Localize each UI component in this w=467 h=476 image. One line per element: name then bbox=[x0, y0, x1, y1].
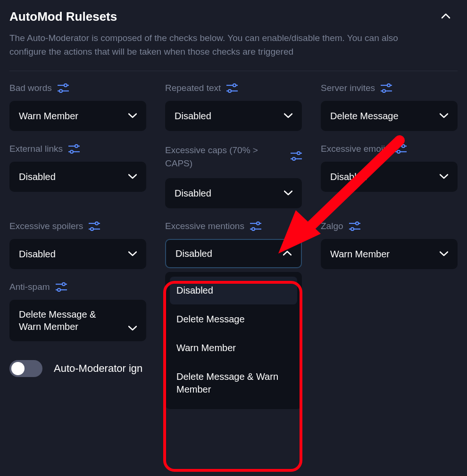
rule-select-anti-spam[interactable]: Delete Message & Warn Member bbox=[9, 300, 146, 341]
section-title: AutoMod Rulesets bbox=[9, 9, 117, 24]
sliders-icon[interactable] bbox=[349, 222, 360, 231]
rule-select-repeated-text[interactable]: Disabled bbox=[165, 101, 302, 131]
rule-label: Server invites bbox=[321, 83, 375, 93]
rule-label: Bad words bbox=[9, 83, 52, 93]
rule-repeated-text: Repeated text Disabled bbox=[165, 83, 302, 131]
rule-excessive-emojis: Excessive emojis Disabled bbox=[321, 144, 458, 192]
chevron-down-icon bbox=[128, 251, 137, 256]
chevron-down-icon bbox=[440, 174, 448, 179]
dropdown-item-delete-and-warn[interactable]: Delete Message & Warn Member bbox=[170, 363, 297, 403]
sliders-icon[interactable] bbox=[226, 83, 238, 93]
select-value: Disabled bbox=[19, 171, 56, 183]
rule-select-bad-words[interactable]: Warn Member bbox=[9, 101, 146, 131]
divider bbox=[9, 71, 458, 71]
sliders-icon[interactable] bbox=[291, 151, 302, 161]
chevron-down-icon bbox=[284, 113, 292, 118]
chevron-down-icon bbox=[440, 251, 448, 256]
select-value: Disabled bbox=[175, 187, 211, 199]
rule-server-invites: Server invites Delete Message bbox=[321, 83, 458, 131]
select-value: Disabled bbox=[175, 110, 211, 122]
chevron-down-icon bbox=[128, 326, 137, 331]
rule-label: Zalgo bbox=[321, 221, 343, 231]
sliders-icon[interactable] bbox=[381, 83, 392, 93]
rule-select-zalgo[interactable]: Warn Member bbox=[321, 239, 458, 269]
rule-label: Excessive mentions bbox=[165, 221, 244, 231]
chevron-down-icon bbox=[128, 113, 137, 118]
auto-moderator-ignore-toggle[interactable] bbox=[9, 360, 42, 377]
select-value: Delete Message & Warn Member bbox=[19, 308, 113, 333]
chevron-down-icon bbox=[440, 113, 448, 118]
select-value: Delete Message bbox=[330, 110, 399, 122]
dropdown-menu: Disabled Delete Message Warn Member Dele… bbox=[165, 272, 302, 409]
rule-select-server-invites[interactable]: Delete Message bbox=[321, 101, 458, 131]
rule-external-links: External links Disabled bbox=[9, 144, 146, 192]
chevron-down-icon bbox=[128, 174, 137, 179]
rule-excessive-mentions: Excessive mentions Disabled Disabled Del… bbox=[165, 221, 302, 268]
select-value: Disabled bbox=[175, 247, 212, 260]
select-value: Disabled bbox=[330, 171, 367, 183]
rule-bad-words: Bad words Warn Member bbox=[9, 83, 146, 131]
rule-label: Repeated text bbox=[165, 83, 221, 93]
toggle-knob bbox=[11, 362, 25, 375]
select-value: Warn Member bbox=[330, 248, 390, 260]
select-value: Disabled bbox=[19, 248, 56, 260]
rule-select-excessive-caps[interactable]: Disabled bbox=[165, 178, 302, 208]
chevron-down-icon bbox=[284, 190, 292, 196]
rule-label: External links bbox=[9, 144, 63, 154]
sliders-icon[interactable] bbox=[58, 83, 69, 93]
collapse-icon[interactable] bbox=[441, 13, 450, 19]
select-value: Warn Member bbox=[19, 110, 78, 122]
section-description: The Auto-Moderator is composed of the ch… bbox=[9, 31, 429, 59]
sliders-icon[interactable] bbox=[250, 222, 261, 231]
rule-excessive-spoilers: Excessive spoilers Disabled bbox=[9, 221, 146, 269]
sliders-icon[interactable] bbox=[68, 144, 80, 154]
dropdown-item-disabled[interactable]: Disabled bbox=[170, 277, 297, 304]
rule-anti-spam: Anti-spam Delete Message & Warn Member bbox=[9, 282, 146, 341]
rule-label: Excessive emojis bbox=[321, 144, 390, 154]
rule-zalgo: Zalgo Warn Member bbox=[321, 221, 458, 269]
sliders-icon[interactable] bbox=[395, 144, 407, 154]
rule-label: Excessive caps (70% > CAPS) bbox=[165, 144, 264, 171]
rule-label: Excessive spoilers bbox=[9, 221, 83, 231]
dropdown-item-delete-message[interactable]: Delete Message bbox=[170, 305, 297, 333]
rule-select-excessive-spoilers[interactable]: Disabled bbox=[9, 239, 146, 269]
rule-excessive-caps: Excessive caps (70% > CAPS) Disabled bbox=[165, 144, 302, 208]
chevron-up-icon bbox=[283, 251, 292, 256]
sliders-icon[interactable] bbox=[56, 282, 67, 292]
rule-select-excessive-mentions[interactable]: Disabled bbox=[165, 239, 302, 268]
dropdown-item-warn-member[interactable]: Warn Member bbox=[170, 334, 297, 362]
sliders-icon[interactable] bbox=[89, 222, 100, 231]
rule-select-excessive-emojis[interactable]: Disabled bbox=[321, 162, 458, 192]
rule-label: Anti-spam bbox=[9, 282, 50, 292]
rule-select-external-links[interactable]: Disabled bbox=[9, 162, 146, 192]
